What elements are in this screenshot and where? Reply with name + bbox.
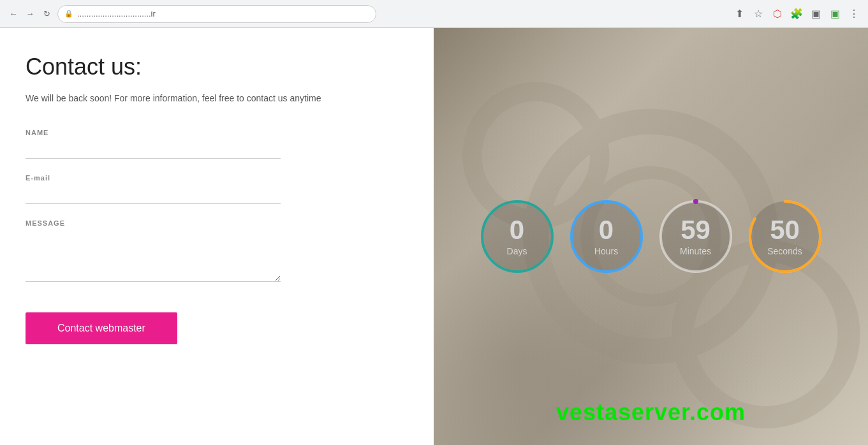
name-field-group: NAME (26, 129, 408, 159)
share-icon[interactable]: ⬆ (733, 8, 746, 20)
brand-text: vestaserver.com (556, 399, 746, 426)
days-ring (479, 198, 555, 275)
days-countdown: 0 Days (479, 198, 555, 275)
url-text: ................................ir (77, 9, 156, 18)
forward-button[interactable]: → (24, 8, 36, 20)
name-input[interactable] (26, 140, 281, 159)
seconds-ring (747, 198, 823, 275)
countdown-container: 0 Days 0 Hours (479, 198, 823, 275)
left-panel: Contact us: We will be back soon! For mo… (0, 28, 434, 445)
browser-chrome: ← → ↻ 🔒 ................................… (0, 0, 868, 28)
minutes-countdown: 59 Minutes (658, 198, 734, 275)
sidebar-icon[interactable]: ▣ (809, 8, 822, 20)
toolbar-right: ⬆ ☆ ⬡ 🧩 ▣ ▣ ⋮ (733, 8, 860, 20)
minutes-ring (658, 198, 734, 275)
message-label: MESSAGE (26, 219, 408, 227)
page-title: Contact us: (26, 54, 408, 80)
main-content: Contact us: We will be back soon! For mo… (0, 28, 868, 445)
address-bar[interactable]: 🔒 ................................ir (57, 5, 376, 23)
foxyproxy-icon[interactable]: ⬡ (771, 8, 784, 20)
reload-button[interactable]: ↻ (41, 8, 52, 20)
menu-icon[interactable]: ⋮ (848, 8, 860, 20)
right-panel: 0 Days 0 Hours (434, 28, 868, 445)
email-label: E-mail (26, 174, 408, 182)
email-input[interactable] (26, 186, 281, 204)
extensions-icon[interactable]: 🧩 (790, 8, 803, 20)
message-field-group: MESSAGE (26, 219, 408, 284)
back-button[interactable]: ← (8, 8, 19, 20)
message-textarea[interactable] (26, 231, 281, 282)
contact-webmaster-button[interactable]: Contact webmaster (26, 312, 177, 344)
bookmark-icon[interactable]: ☆ (752, 8, 765, 20)
hours-countdown: 0 Hours (568, 198, 645, 275)
profile-icon[interactable]: ▣ (828, 8, 841, 20)
email-field-group: E-mail (26, 174, 408, 204)
svg-point-10 (693, 199, 698, 204)
subtitle: We will be back soon! For more informati… (26, 93, 408, 103)
seconds-countdown: 50 Seconds (747, 198, 823, 275)
lock-icon: 🔒 (64, 10, 73, 18)
hours-ring (568, 198, 645, 275)
name-label: NAME (26, 129, 408, 136)
